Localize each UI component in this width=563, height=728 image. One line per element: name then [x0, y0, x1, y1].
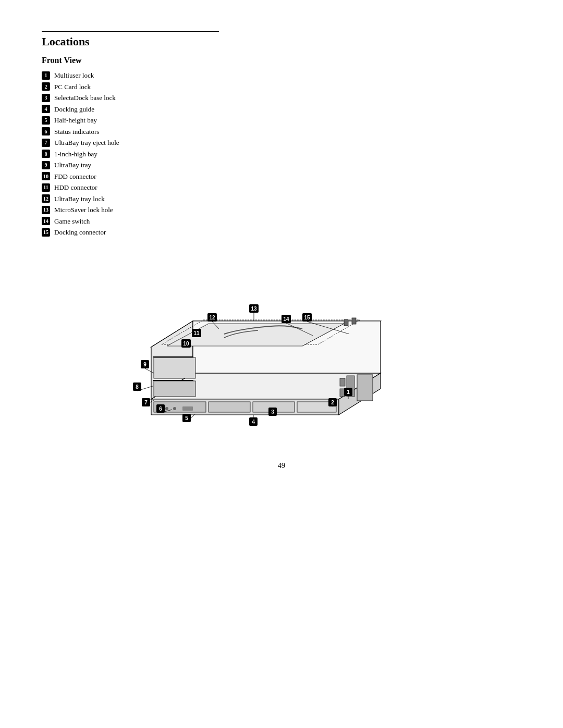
list-item: 10FDD connector — [42, 171, 521, 182]
item-number-badge: 7 — [42, 139, 50, 147]
svg-text:11: 11 — [193, 330, 200, 336]
svg-rect-20 — [153, 356, 193, 357]
list-item: 2PC Card lock — [42, 82, 521, 92]
subsection-title: Front View — [42, 56, 521, 65]
item-number-badge: 5 — [42, 116, 50, 125]
diagram-svg: 13 12 14 15 11 10 9 8 7 — [120, 253, 443, 441]
item-label: Multiuser lock — [54, 70, 94, 81]
svg-text:8: 8 — [136, 384, 139, 390]
svg-point-23 — [173, 407, 176, 410]
item-number-badge: 11 — [42, 183, 50, 192]
svg-text:7: 7 — [144, 400, 148, 405]
items-list: 1Multiuser lock2PC Card lock3SelectaDock… — [42, 70, 521, 238]
item-label: UltraBay tray lock — [54, 194, 105, 204]
item-number-badge: 6 — [42, 127, 50, 135]
svg-text:14: 14 — [283, 316, 289, 322]
svg-rect-24 — [182, 406, 193, 411]
svg-rect-9 — [209, 402, 250, 412]
svg-text:1: 1 — [347, 389, 350, 395]
item-label: MicroSaver lock hole — [54, 205, 113, 215]
svg-rect-21 — [153, 380, 193, 381]
item-number-badge: 8 — [42, 150, 50, 158]
svg-rect-7 — [154, 381, 195, 397]
list-item: 12UltraBay tray lock — [42, 194, 521, 204]
svg-text:15: 15 — [304, 315, 310, 320]
item-label: Docking connector — [54, 227, 106, 238]
svg-text:12: 12 — [209, 315, 215, 320]
item-label: 1-inch-high bay — [54, 149, 97, 159]
list-item: 1Multiuser lock — [42, 70, 521, 81]
item-label: UltraBay tray eject hole — [54, 138, 119, 148]
list-item: 14Game switch — [42, 216, 521, 227]
list-item: 4Docking guide — [42, 104, 521, 115]
svg-rect-6 — [154, 357, 195, 378]
item-number-badge: 3 — [42, 94, 50, 102]
svg-point-22 — [165, 407, 168, 410]
item-label: Status indicators — [54, 127, 99, 137]
list-item: 6Status indicators — [42, 127, 521, 137]
item-label: PC Card lock — [54, 82, 91, 92]
svg-text:5: 5 — [185, 415, 188, 421]
svg-text:10: 10 — [183, 341, 189, 347]
list-item: 15Docking connector — [42, 227, 521, 238]
item-number-badge: 13 — [42, 206, 50, 214]
svg-text:13: 13 — [251, 306, 257, 312]
list-item: 5Half-height bay — [42, 115, 521, 126]
item-label: Docking guide — [54, 104, 94, 115]
item-number-badge: 2 — [42, 82, 50, 91]
svg-rect-12 — [340, 378, 345, 386]
item-number-badge: 1 — [42, 71, 50, 80]
item-label: UltraBay tray — [54, 160, 91, 170]
section-title: Locations — [42, 35, 521, 48]
item-number-badge: 10 — [42, 172, 50, 180]
list-item: 3SelectaDock base lock — [42, 93, 521, 103]
list-item: 11HDD connector — [42, 182, 521, 193]
item-label: HDD connector — [54, 182, 97, 193]
item-number-badge: 15 — [42, 228, 50, 237]
svg-rect-15 — [357, 375, 373, 401]
item-label: Half-height bay — [54, 115, 97, 126]
section-divider — [42, 31, 219, 32]
svg-rect-25 — [344, 319, 348, 326]
svg-text:6: 6 — [159, 406, 162, 412]
item-label: FDD connector — [54, 171, 96, 182]
svg-rect-26 — [352, 318, 356, 324]
item-number-badge: 9 — [42, 161, 50, 169]
list-item: 9UltraBay tray — [42, 160, 521, 170]
list-item: 7UltraBay tray eject hole — [42, 138, 521, 148]
svg-text:2: 2 — [331, 400, 334, 405]
item-label: Game switch — [54, 216, 90, 227]
item-label: SelectaDock base lock — [54, 93, 116, 103]
page-number: 49 — [42, 462, 521, 470]
page: Locations Front View 1Multiuser lock2PC … — [0, 0, 563, 728]
list-item: 13MicroSaver lock hole — [42, 205, 521, 215]
list-item: 81-inch-high bay — [42, 149, 521, 159]
item-number-badge: 12 — [42, 194, 50, 203]
diagram-container: 13 12 14 15 11 10 9 8 7 — [120, 253, 443, 441]
item-number-badge: 4 — [42, 105, 50, 113]
svg-text:9: 9 — [143, 362, 146, 367]
item-number-badge: 14 — [42, 217, 50, 225]
